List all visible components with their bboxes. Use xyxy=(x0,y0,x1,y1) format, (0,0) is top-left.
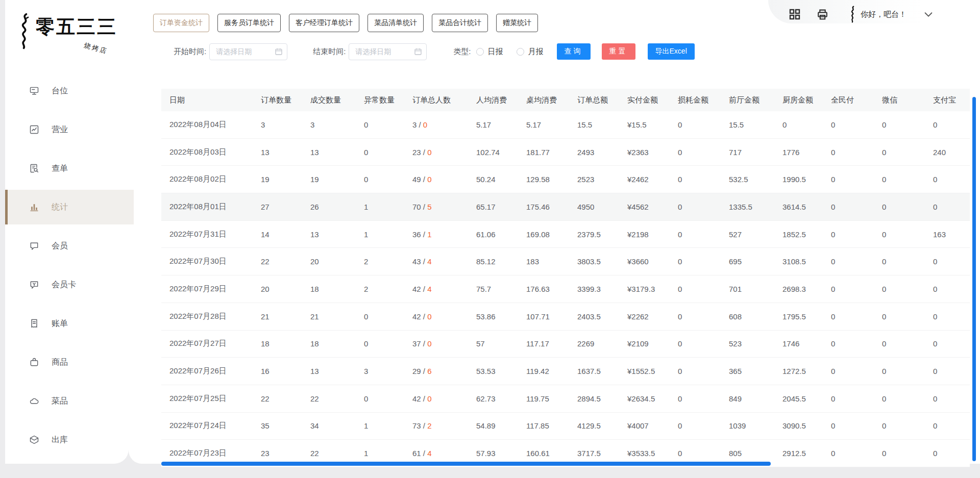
sidebar-item-order-search[interactable]: 查单 xyxy=(5,151,134,186)
query-button[interactable]: 查询 xyxy=(557,43,591,60)
start-date-input[interactable] xyxy=(209,43,287,60)
end-time-label: 结束时间: xyxy=(313,47,346,57)
cell-people: 70 / 5 xyxy=(404,203,468,211)
tab-0[interactable]: 订单资金统计 xyxy=(153,14,209,32)
sidebar-item-goods[interactable]: 商品 xyxy=(5,345,134,380)
cell-alipay: 0 xyxy=(925,394,970,403)
cell-date: 2022年07月23日 xyxy=(161,448,253,458)
cell-paid: ¥2262 xyxy=(619,312,670,321)
chevron-down-icon[interactable] xyxy=(923,9,934,20)
abnormal-people-count: 0 xyxy=(423,120,427,129)
column-header-paid: 实付金额 xyxy=(619,95,670,105)
cell-paid: ¥3533.5 xyxy=(619,449,670,458)
abnormal-people-count: 4 xyxy=(427,285,431,293)
restaurant-logo: 零五三三 烧烤店 xyxy=(18,12,126,61)
cell-abnormal: 0 xyxy=(356,175,404,184)
cell-date: 2022年08月04日 xyxy=(161,120,253,130)
cell-people: 36 / 1 xyxy=(404,230,468,239)
cell-total: 2269 xyxy=(569,339,619,348)
cell-people: 61 / 4 xyxy=(404,449,468,458)
cell-kitchen: 0 xyxy=(774,120,823,129)
cell-abnormal: 0 xyxy=(356,394,404,403)
cell-people: 73 / 2 xyxy=(404,421,468,430)
cell-total: 4129.5 xyxy=(569,421,619,430)
header-actions: 你好，吧台！ xyxy=(789,5,934,23)
radio-daily[interactable]: 日报 xyxy=(476,47,503,57)
cell-kitchen: 2698.3 xyxy=(774,285,823,293)
dish-icon xyxy=(29,396,39,406)
cell-per_table: 117.85 xyxy=(518,421,569,430)
cell-wechat: 0 xyxy=(874,257,925,266)
export-excel-button[interactable]: 导出Excel xyxy=(648,43,695,60)
cell-per_person: 62.73 xyxy=(468,394,518,403)
column-header-kitchen: 厨房金额 xyxy=(774,95,823,105)
abnormal-people-count: 0 xyxy=(427,339,431,348)
cell-total: 2894.5 xyxy=(569,394,619,403)
column-header-per_person: 人均消费 xyxy=(468,95,518,105)
cell-paid: ¥3660 xyxy=(619,257,670,266)
sidebar-item-stock-out[interactable]: 出库 xyxy=(5,422,134,457)
cell-alipay: 0 xyxy=(925,312,970,321)
sidebar-item-statistics[interactable]: 统计 xyxy=(5,190,134,224)
printer-icon[interactable] xyxy=(816,8,829,21)
cell-paid: ¥1552.5 xyxy=(619,367,670,375)
cell-front_hall: 532.5 xyxy=(721,175,774,184)
sidebar-item-member-card[interactable]: 会员卡 xyxy=(5,267,134,302)
cell-per_table: 183 xyxy=(518,257,569,266)
table-row: 2022年08月01日2726170 / 565.17175.464950¥45… xyxy=(161,193,970,221)
radio-monthly[interactable]: 月报 xyxy=(517,47,544,57)
cell-paid: ¥3179.3 xyxy=(619,285,670,293)
cell-alipay: 0 xyxy=(925,175,970,184)
cell-date: 2022年08月03日 xyxy=(161,147,253,157)
table-header-row: 日期订单数量成交数量异常数量订单总人数人均消费桌均消费订单总额实付金额损耗金额前… xyxy=(161,89,970,111)
cell-quanminfu: 0 xyxy=(823,367,874,375)
stock-out-icon xyxy=(29,435,39,445)
column-header-date: 日期 xyxy=(161,95,253,105)
sidebar-item-label: 台位 xyxy=(52,86,68,96)
cell-wechat: 0 xyxy=(874,312,925,321)
cell-abnormal: 1 xyxy=(356,203,404,211)
cell-wechat: 0 xyxy=(874,230,925,239)
table-row: 2022年07月24日3534173 / 254.89117.854129.5¥… xyxy=(161,413,970,440)
cell-wechat: 0 xyxy=(874,120,925,129)
sidebar-item-member[interactable]: 会员 xyxy=(5,229,134,263)
sidebar-item-label: 查单 xyxy=(52,163,68,174)
cell-abnormal: 1 xyxy=(356,449,404,458)
sidebar-item-business[interactable]: 营业 xyxy=(5,112,134,147)
cell-per_person: 102.74 xyxy=(468,148,518,157)
cell-date: 2022年07月24日 xyxy=(161,421,253,431)
cell-date: 2022年08月01日 xyxy=(161,202,253,212)
reset-button[interactable]: 重置 xyxy=(602,43,635,60)
cell-wechat: 0 xyxy=(874,449,925,458)
cell-date: 2022年07月30日 xyxy=(161,257,253,266)
vertical-scrollbar[interactable] xyxy=(972,97,976,461)
cell-front_hall: 608 xyxy=(721,312,774,321)
end-date-input[interactable] xyxy=(349,43,427,60)
tab-2[interactable]: 客户经理订单统计 xyxy=(289,14,359,32)
horizontal-scrollbar[interactable] xyxy=(161,462,771,466)
sidebar-item-table-seat[interactable]: 台位 xyxy=(5,73,134,108)
tab-4[interactable]: 菜品合计统计 xyxy=(432,14,488,32)
cell-wechat: 0 xyxy=(874,175,925,184)
cell-per_table: 181.77 xyxy=(518,148,569,157)
cell-wechat: 0 xyxy=(874,148,925,157)
column-header-abnormal: 异常数量 xyxy=(356,95,404,105)
tab-5[interactable]: 赠菜统计 xyxy=(496,14,538,32)
sidebar-item-label: 会员卡 xyxy=(52,280,76,290)
table-row: 2022年07月29日2018242 / 475.7176.633399.3¥3… xyxy=(161,275,970,303)
sidebar-item-dish[interactable]: 菜品 xyxy=(5,384,134,418)
cell-loss: 0 xyxy=(670,367,721,375)
tab-1[interactable]: 服务员订单统计 xyxy=(217,14,281,32)
sidebar-item-bill[interactable]: 账单 xyxy=(5,306,134,341)
cell-per_table: 5.17 xyxy=(518,120,569,129)
cell-alipay: 0 xyxy=(925,421,970,430)
cell-deals: 19 xyxy=(302,175,356,184)
tab-3[interactable]: 菜品清单统计 xyxy=(368,14,424,32)
cell-per_person: 85.12 xyxy=(468,257,518,266)
cell-deals: 20 xyxy=(302,257,356,266)
apps-grid-icon[interactable] xyxy=(789,8,801,20)
column-header-orders: 订单数量 xyxy=(253,95,302,105)
cell-orders: 23 xyxy=(253,449,302,458)
cell-per_table: 176.63 xyxy=(518,285,569,293)
cell-per_person: 61.06 xyxy=(468,230,518,239)
